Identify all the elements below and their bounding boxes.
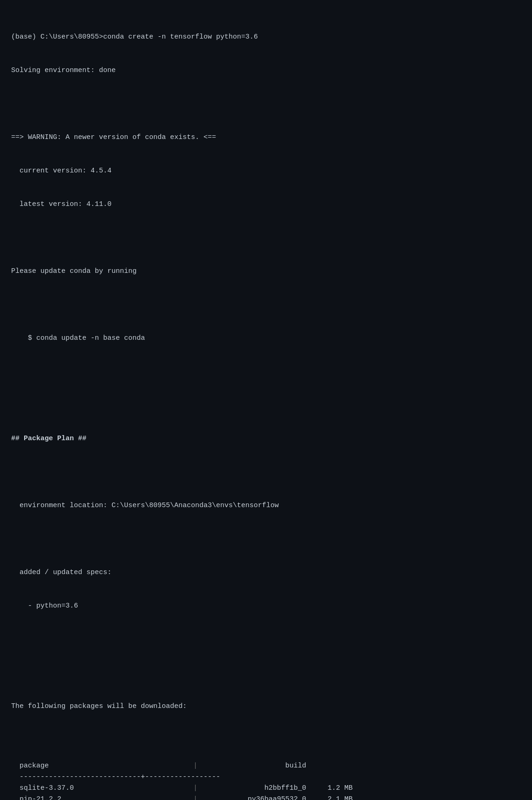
solving-line: Solving environment: done xyxy=(11,65,521,76)
warning-line: ==> WARNING: A newer version of conda ex… xyxy=(11,132,521,143)
update-cmd: $ conda update -n base conda xyxy=(11,333,521,344)
row-build: py36haa95532_0 xyxy=(199,794,306,800)
row-package: pip-21.2.2 xyxy=(20,794,191,800)
latest-version: latest version: 4.11.0 xyxy=(11,199,521,210)
env-location: environment location: C:\Users\80955\Ana… xyxy=(11,500,521,511)
update-please: Please update conda by running xyxy=(11,266,521,277)
spec-python: - python=3.6 xyxy=(11,601,521,612)
table-row: pip-21.2.2|py36haa95532_02.1 MB xyxy=(20,794,521,800)
row-separator: | xyxy=(191,794,199,800)
table-row: sqlite-3.37.0|h2bbff1b_01.2 MB xyxy=(20,783,521,794)
current-version: current version: 4.5.4 xyxy=(11,165,521,177)
vert-sep-header: | xyxy=(191,760,199,772)
row-size: 1.2 MB xyxy=(306,783,353,794)
terminal-output: (base) C:\Users\80955>conda create -n te… xyxy=(11,9,521,757)
table-body: sqlite-3.37.0|h2bbff1b_01.2 MBpip-21.2.2… xyxy=(20,783,521,800)
prompt-line: (base) C:\Users\80955>conda create -n te… xyxy=(11,32,521,43)
col-build-header: build xyxy=(199,760,306,772)
col-package-header: package xyxy=(20,760,191,772)
row-separator: | xyxy=(191,783,199,794)
table-header-row: package | build xyxy=(20,760,521,772)
download-header: The following packages will be downloade… xyxy=(11,701,521,712)
added-specs: added / updated specs: xyxy=(11,567,521,578)
packages-table: package | build ------------------------… xyxy=(20,760,521,800)
row-build: h2bbff1b_0 xyxy=(199,783,306,794)
row-package: sqlite-3.37.0 xyxy=(20,783,191,794)
package-plan: ## Package Plan ## xyxy=(11,433,521,444)
table-separator: -----------------------------+----------… xyxy=(20,772,521,783)
row-size: 2.1 MB xyxy=(306,794,353,800)
